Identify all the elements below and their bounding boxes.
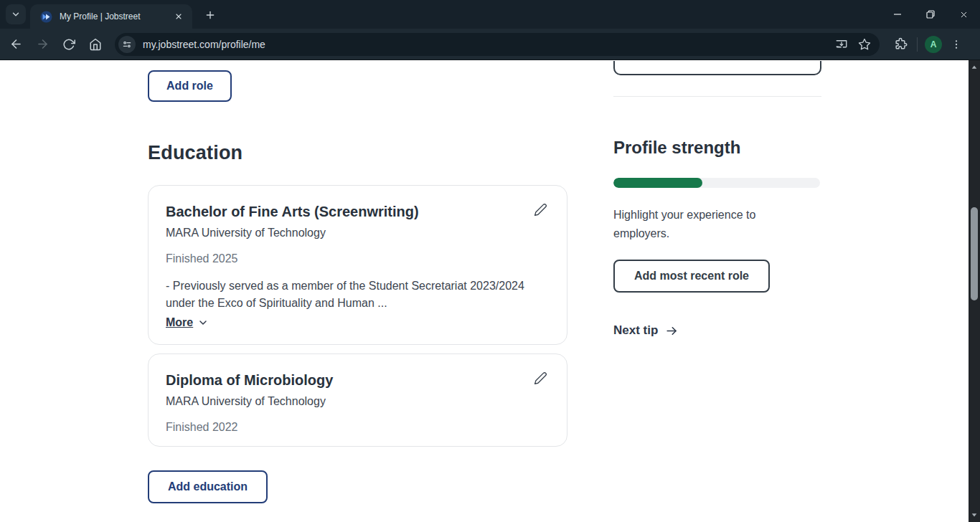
- add-most-recent-role-button[interactable]: Add most recent role: [613, 260, 770, 293]
- education-description: - Previously served as a member of the S…: [166, 277, 524, 312]
- restore-icon: [926, 10, 935, 19]
- education-institution: MARA University of Technology: [166, 224, 550, 242]
- site-settings-button[interactable]: [118, 36, 136, 53]
- sidebar-divider: [613, 96, 821, 97]
- arrow-right-icon: [665, 324, 679, 338]
- reload-icon: [62, 38, 75, 51]
- address-bar[interactable]: my.jobstreet.com/profile/me: [115, 33, 880, 56]
- reload-button[interactable]: [58, 34, 80, 55]
- jobstreet-favicon-icon: [40, 11, 52, 23]
- profile-strength-heading: Profile strength: [613, 138, 740, 158]
- more-label: More: [166, 316, 193, 329]
- plus-icon: [204, 9, 216, 21]
- chevron-down-icon: [197, 317, 209, 328]
- window-controls: [881, 0, 980, 29]
- extensions-button[interactable]: [891, 35, 910, 54]
- tab-search-button[interactable]: [6, 4, 26, 24]
- tab-close-icon[interactable]: [172, 10, 185, 23]
- toolbar-divider: [917, 37, 918, 52]
- bookmark-star-button[interactable]: [855, 35, 874, 54]
- profile-page-content: Add role Education Bachelor of Fine Arts…: [0, 61, 969, 522]
- profile-strength-progress-fill: [613, 178, 702, 188]
- profile-strength-tip: Highlight your experience to employers.: [613, 206, 789, 243]
- install-app-button[interactable]: [832, 35, 851, 54]
- toolbar-right-cluster: A: [887, 35, 971, 54]
- edit-education-button[interactable]: [534, 371, 550, 387]
- scroll-down-arrow-icon[interactable]: [969, 509, 980, 521]
- minimize-icon: [893, 10, 902, 19]
- education-card: Diploma of Microbiology MARA University …: [148, 353, 567, 447]
- browser-tab-strip: My Profile | Jobstreet: [0, 0, 980, 29]
- back-button[interactable]: [5, 34, 27, 55]
- education-finished: Finished 2022: [166, 419, 550, 436]
- browser-menu-button[interactable]: [951, 39, 962, 50]
- url-text: my.jobstreet.com/profile/me: [143, 39, 828, 50]
- add-role-button[interactable]: Add role: [148, 70, 232, 102]
- scroll-up-arrow-icon[interactable]: [969, 62, 980, 73]
- more-toggle[interactable]: More: [166, 316, 209, 329]
- education-finished: Finished 2025: [166, 250, 550, 267]
- pencil-icon: [534, 371, 550, 385]
- clipped-top-button[interactable]: [613, 61, 821, 75]
- new-tab-button[interactable]: [201, 6, 220, 24]
- chevron-down-icon: [11, 9, 21, 19]
- education-degree: Diploma of Microbiology: [166, 370, 333, 390]
- profile-strength-progress: [613, 178, 820, 188]
- scrollbar-thumb[interactable]: [971, 207, 978, 300]
- close-icon: [959, 10, 969, 19]
- kebab-menu-icon: [951, 39, 962, 50]
- tab-title: My Profile | Jobstreet: [60, 11, 172, 22]
- restore-button[interactable]: [914, 0, 947, 29]
- edit-education-button[interactable]: [534, 203, 550, 219]
- install-icon: [835, 38, 848, 51]
- puzzle-icon: [894, 37, 908, 51]
- page-scrollbar[interactable]: [969, 60, 980, 522]
- home-icon: [89, 38, 102, 51]
- tune-icon: [122, 39, 132, 49]
- home-button[interactable]: [85, 34, 106, 55]
- education-card: Bachelor of Fine Arts (Screenwriting) MA…: [148, 185, 567, 345]
- next-tip-link[interactable]: Next tip: [613, 323, 679, 338]
- minimize-button[interactable]: [881, 0, 914, 29]
- next-tip-label: Next tip: [613, 323, 658, 338]
- star-icon: [858, 38, 871, 51]
- education-institution: MARA University of Technology: [166, 393, 550, 410]
- profile-avatar[interactable]: A: [925, 36, 942, 53]
- education-degree: Bachelor of Fine Arts (Screenwriting): [166, 201, 419, 222]
- add-education-button[interactable]: Add education: [148, 470, 268, 503]
- close-window-button[interactable]: [947, 0, 980, 29]
- back-arrow-icon: [9, 37, 23, 51]
- forward-arrow-icon: [36, 37, 50, 51]
- pencil-icon: [534, 203, 550, 217]
- browser-tab[interactable]: My Profile | Jobstreet: [30, 4, 192, 29]
- education-heading: Education: [148, 142, 242, 164]
- forward-button[interactable]: [32, 34, 53, 55]
- browser-toolbar: my.jobstreet.com/profile/me A: [0, 29, 980, 60]
